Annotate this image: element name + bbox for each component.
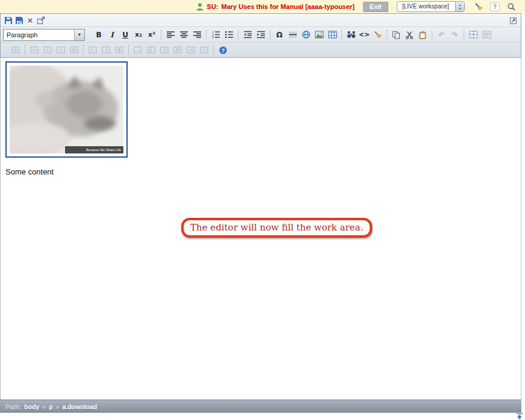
column-insert-after-button[interactable] [99, 44, 113, 56]
bold-button[interactable]: B [92, 29, 105, 41]
column-delete-button[interactable] [113, 44, 126, 56]
cell-split-button[interactable] [197, 44, 211, 56]
cell-properties-button[interactable] [131, 44, 144, 56]
save-icon [4, 16, 13, 25]
row-properties-button[interactable] [28, 44, 41, 56]
show-blocks-button[interactable] [480, 29, 493, 41]
path-item-p[interactable]: p [49, 403, 52, 410]
unordered-list-icon [225, 31, 234, 39]
find-replace-button[interactable] [344, 29, 358, 41]
stepper-down-icon: ▼ [459, 7, 462, 10]
cleanup-button[interactable] [371, 29, 384, 41]
save-and-view-button[interactable] [14, 15, 25, 25]
cell-insert-before-button[interactable] [144, 44, 158, 56]
align-right-button[interactable] [190, 29, 203, 41]
toolbar-separator [206, 30, 207, 40]
align-right-icon [193, 31, 202, 39]
workspace-stepper[interactable]: ▲ ▼ [455, 2, 464, 11]
outdent-button[interactable] [241, 29, 254, 41]
italic-button[interactable]: I [105, 29, 119, 41]
save-button[interactable] [3, 15, 14, 25]
table-properties-button[interactable] [9, 44, 22, 56]
editor-work-area[interactable]: Because We Share Life Some content The e… [0, 58, 521, 400]
bold-icon: B [96, 31, 101, 39]
dropdown-arrow-icon: ▼ [74, 29, 84, 40]
row-insert-before-button[interactable] [41, 44, 54, 56]
row-insert-after-button[interactable] [54, 44, 67, 56]
html-source-button[interactable]: <> [358, 29, 371, 41]
underline-button[interactable]: U [119, 29, 132, 41]
unordered-list-button[interactable] [222, 29, 235, 41]
su-label: SU: [207, 3, 219, 10]
cell-insert-before-icon [147, 46, 155, 54]
toolbar-separator [83, 45, 84, 55]
scissors-icon [405, 31, 414, 39]
column-insert-before-button[interactable] [86, 44, 99, 56]
search-button[interactable] [506, 2, 517, 11]
path-label: Path: [5, 403, 21, 410]
toolbar-row-formatting: Paragraph ▼ B I U x₂ x² [1, 27, 521, 43]
copy-button[interactable] [390, 29, 403, 41]
backend-topbar: SU: Mary Uses this for Manual [aaaa-typo… [0, 0, 525, 13]
binoculars-icon [347, 31, 356, 39]
align-center-button[interactable] [177, 29, 190, 41]
row-delete-button[interactable] [67, 44, 81, 56]
arrow-up-icon [516, 413, 523, 419]
insert-image-button[interactable] [312, 29, 326, 41]
superscript-icon: x² [148, 31, 155, 38]
exit-button[interactable]: Exit [363, 2, 388, 12]
cell-split-icon [200, 46, 208, 54]
toolbar-separator [341, 30, 342, 40]
cell-delete-button[interactable] [171, 44, 184, 56]
insert-table-button[interactable] [326, 29, 339, 41]
italic-icon: I [110, 31, 114, 39]
close-document-button[interactable]: × [25, 15, 36, 25]
scroll-top-button[interactable] [515, 412, 524, 419]
content-paragraph[interactable]: Some content [5, 167, 54, 176]
workspace-selector[interactable]: [LIVE workspace] ▲ ▼ [397, 1, 465, 12]
help-icon: ? [493, 4, 497, 10]
path-item-link[interactable]: a.download [62, 403, 97, 410]
globe-link-icon [302, 30, 311, 39]
insert-link-button[interactable] [299, 29, 312, 41]
editor-help-button[interactable]: ? [216, 44, 229, 56]
toolbar-separator [128, 45, 129, 55]
ordered-list-button[interactable]: 123 [209, 29, 222, 41]
ordered-list-icon: 123 [211, 31, 220, 39]
row-properties-icon [30, 46, 39, 54]
block-format-select[interactable]: Paragraph ▼ [3, 29, 85, 41]
undo-button[interactable]: ↶ [435, 29, 448, 41]
horizontal-rule-button[interactable] [286, 29, 299, 41]
maximize-editor-button[interactable] [508, 16, 518, 26]
toolbar-separator [213, 45, 214, 55]
horizontal-rule-icon [288, 31, 297, 39]
svg-text:?: ? [221, 48, 225, 54]
paste-button[interactable] [416, 29, 429, 41]
special-character-button[interactable]: Ω [273, 29, 286, 41]
close-icon: × [27, 17, 33, 24]
cut-button[interactable] [403, 29, 416, 41]
align-left-button[interactable] [164, 29, 177, 41]
photo-caption: Because We Share Life [86, 148, 121, 152]
path-item-body[interactable]: body [24, 403, 39, 410]
help-button[interactable]: ? [490, 2, 500, 11]
app-window: SU: Mary Uses this for Manual [aaaa-typo… [0, 0, 525, 420]
superscript-button[interactable]: x² [145, 29, 158, 41]
rte-editor: × Paragraph [0, 13, 521, 413]
clear-cache-button[interactable] [473, 2, 484, 11]
toolbar-separator [387, 30, 387, 40]
cell-insert-after-button[interactable] [158, 44, 171, 56]
open-window-button[interactable] [36, 15, 46, 25]
subscript-button[interactable]: x₂ [132, 29, 145, 41]
user-icon [196, 2, 204, 11]
redo-button[interactable]: ↷ [448, 29, 461, 41]
show-blocks-icon [482, 31, 491, 39]
editor-help-icon: ? [219, 46, 228, 55]
kitten-photo: Because We Share Life [10, 66, 123, 153]
toggle-borders-button[interactable] [467, 29, 480, 41]
indent-button[interactable] [254, 29, 267, 41]
search-icon [507, 2, 516, 11]
cell-properties-icon [134, 46, 142, 54]
selected-image[interactable]: Because We Share Life [5, 61, 128, 158]
cell-merge-button[interactable] [184, 44, 197, 56]
